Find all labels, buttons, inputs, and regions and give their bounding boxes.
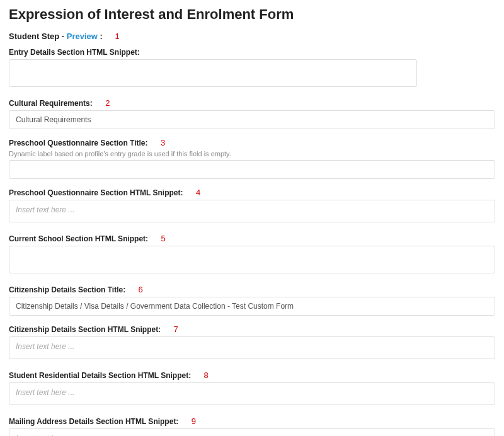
student-step-line: Student Step - Preview : 1 xyxy=(9,32,495,41)
annotation-8: 8 xyxy=(204,370,209,380)
annotation-2: 2 xyxy=(105,98,110,108)
cultural-requirements-group: Cultural Requirements: 2 xyxy=(9,97,495,129)
cultural-requirements-label: Cultural Requirements: xyxy=(9,99,93,108)
mailing-snippet-group: Mailing Address Details Section HTML Sni… xyxy=(9,415,495,436)
annotation-1: 1 xyxy=(115,32,119,41)
preview-link[interactable]: Preview xyxy=(67,32,98,41)
citizenship-title-input[interactable] xyxy=(9,297,495,316)
preschool-title-label: Preschool Questionnaire Section Title: xyxy=(9,139,148,147)
current-school-group: Current School Section HTML Snippet: 5 xyxy=(9,232,495,276)
citizenship-title-group: Citizenship Details Section Title: 6 xyxy=(9,284,495,316)
residential-snippet-label: Student Residential Details Section HTML… xyxy=(9,371,191,380)
citizenship-snippet-label: Citizenship Details Section HTML Snippet… xyxy=(9,325,161,334)
residential-snippet-group: Student Residential Details Section HTML… xyxy=(9,369,495,408)
mailing-snippet-input[interactable] xyxy=(9,428,495,436)
current-school-input[interactable] xyxy=(9,246,495,273)
preschool-snippet-label: Preschool Questionnaire Section HTML Sni… xyxy=(9,188,183,197)
annotation-5: 5 xyxy=(161,234,166,243)
annotation-3: 3 xyxy=(161,138,165,147)
preschool-snippet-group: Preschool Questionnaire Section HTML Sni… xyxy=(9,186,495,225)
residential-snippet-input[interactable] xyxy=(9,382,495,405)
mailing-snippet-label: Mailing Address Details Section HTML Sni… xyxy=(9,417,178,426)
preschool-title-help: Dynamic label based on profile's entry g… xyxy=(9,150,495,158)
entry-details-input[interactable] xyxy=(9,59,417,87)
citizenship-title-label: Citizenship Details Section Title: xyxy=(9,285,125,294)
preschool-title-group: Preschool Questionnaire Section Title: 3… xyxy=(9,137,495,179)
entry-details-group: Entry Details Section HTML Snippet: xyxy=(9,46,495,89)
current-school-label: Current School Section HTML Snippet: xyxy=(9,234,148,243)
preschool-snippet-input[interactable] xyxy=(9,200,495,222)
cultural-requirements-input[interactable] xyxy=(9,110,495,129)
page-title: Expression of Interest and Enrolment For… xyxy=(9,6,495,23)
step-suffix: : xyxy=(98,32,103,41)
annotation-7: 7 xyxy=(174,324,178,334)
step-prefix: Student Step - xyxy=(9,32,67,41)
preschool-title-input[interactable] xyxy=(9,160,495,179)
annotation-4: 4 xyxy=(196,188,200,197)
citizenship-snippet-group: Citizenship Details Section HTML Snippet… xyxy=(9,323,495,362)
annotation-9: 9 xyxy=(192,416,196,426)
annotation-6: 6 xyxy=(139,285,143,294)
citizenship-snippet-input[interactable] xyxy=(9,336,495,359)
entry-details-label: Entry Details Section HTML Snippet: xyxy=(9,48,140,57)
